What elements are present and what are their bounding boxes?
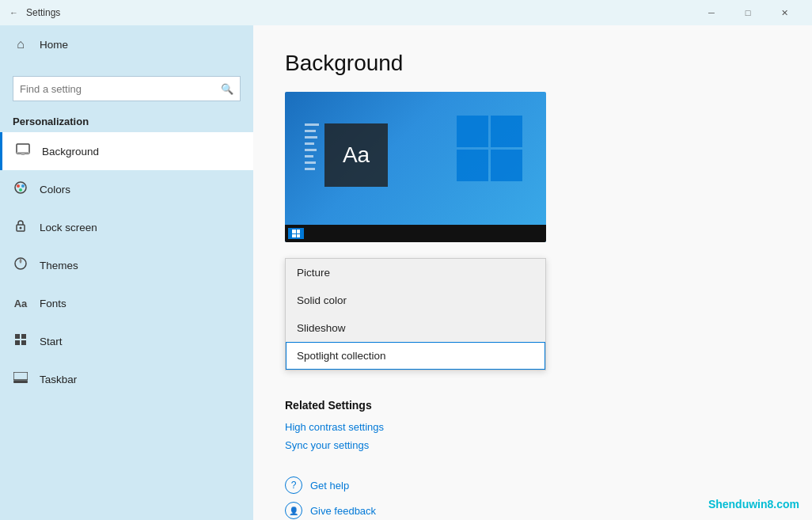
sidebar-item-colors[interactable]: Colors [0,170,253,208]
svg-rect-13 [21,340,26,345]
svg-point-6 [19,188,22,192]
preview-line-3 [305,136,317,139]
content-area: Background Aa [253,25,812,520]
svg-rect-1 [17,152,29,154]
sidebar-item-home[interactable]: ⌂ Home [0,25,253,63]
sidebar-item-lock-screen[interactable]: Lock screen [0,208,253,246]
colors-icon [13,180,28,198]
home-icon: ⌂ [13,37,28,51]
title-bar-controls: ─ □ ✕ [693,0,803,25]
svg-point-8 [20,227,22,230]
colors-label: Colors [40,184,70,195]
preview-lines [305,123,319,170]
give-feedback-icon: 👤 [285,502,302,519]
maximize-button[interactable]: □ [730,0,766,25]
preview-line-8 [305,168,315,170]
preview-line-2 [305,130,316,132]
svg-rect-14 [13,372,28,380]
preview-line-5 [305,149,317,151]
start-icon [13,333,28,349]
background-type-dropdown[interactable]: Picture Solid color Slideshow Spotlight … [285,258,546,370]
get-help-item[interactable]: ? Get help [285,476,780,494]
close-button[interactable]: ✕ [766,0,803,25]
fonts-icon: Aa [13,298,28,309]
get-help-icon: ? [285,476,302,494]
preview-taskbar [285,225,546,242]
main-layout: ⌂ Home 🔍 Personalization Background [0,25,812,520]
preview-aa-box: Aa [324,123,388,187]
sidebar-item-taskbar[interactable]: Taskbar [0,360,253,398]
dropdown-option-slideshow[interactable]: Slideshow [286,314,545,342]
background-label: Background [42,146,99,158]
give-feedback-label[interactable]: Give feedback [310,505,376,517]
preview-tile-2 [491,116,522,147]
svg-rect-2 [21,154,25,155]
section-label: Personalization [0,108,253,132]
svg-point-5 [21,184,25,188]
preview-image: Aa [285,92,546,242]
svg-rect-15 [13,381,28,383]
back-button[interactable]: ← [9,8,18,17]
preview-tile-3 [457,150,488,181]
lock-icon [13,218,28,236]
svg-point-4 [17,184,20,188]
taskbar-label: Taskbar [40,374,77,385]
title-bar-left: ← Settings [9,7,693,18]
page-title: Background [285,51,780,76]
sidebar-header: 🔍 [0,63,253,108]
taskbar-icon [13,372,28,386]
minimize-button[interactable]: ─ [693,0,730,25]
themes-icon [13,256,28,274]
high-contrast-link[interactable]: High contrast settings [285,421,780,433]
sidebar-item-fonts[interactable]: Aa Fonts [0,284,253,322]
sidebar: ⌂ Home 🔍 Personalization Background [0,25,253,520]
background-icon [15,142,31,160]
give-feedback-item[interactable]: 👤 Give feedback [285,502,780,519]
sidebar-item-background[interactable]: Background [0,132,253,170]
preview-win-logo [292,230,300,237]
background-preview: Aa [285,92,546,242]
dropdown-option-spotlight[interactable]: Spotlight collection [286,342,545,370]
sidebar-item-start[interactable]: Start [0,322,253,360]
watermark: Shenduwin8.com [708,498,799,511]
preview-start-button [288,228,304,239]
home-label: Home [40,39,68,51]
search-input[interactable] [20,83,216,95]
preview-tile-1 [457,116,488,147]
related-settings-title: Related Settings [285,399,780,412]
svg-rect-10 [15,334,20,339]
preview-line-1 [305,123,319,126]
preview-line-7 [305,161,316,164]
svg-rect-12 [15,340,20,345]
svg-rect-11 [21,334,26,339]
dropdown-option-solid-color[interactable]: Solid color [286,287,545,314]
start-label: Start [40,336,63,347]
preview-tile-4 [491,150,522,181]
lock-screen-label: Lock screen [40,222,97,233]
dropdown-option-picture[interactable]: Picture [286,259,545,287]
preview-tiles [457,116,522,181]
themes-label: Themes [40,260,78,271]
get-help-label[interactable]: Get help [310,480,349,492]
preview-line-4 [305,142,314,145]
title-bar-title: Settings [26,7,60,18]
search-icon: 🔍 [221,83,233,95]
sidebar-item-themes[interactable]: Themes [0,246,253,284]
fonts-label: Fonts [40,298,66,309]
title-bar: ← Settings ─ □ ✕ [0,0,812,25]
footer-links: ? Get help 👤 Give feedback [285,476,780,519]
preview-line-6 [305,155,313,158]
search-box[interactable]: 🔍 [13,76,241,101]
sync-settings-link[interactable]: Sync your settings [285,439,780,451]
dropdown-menu: Picture Solid color Slideshow Spotlight … [285,258,546,370]
